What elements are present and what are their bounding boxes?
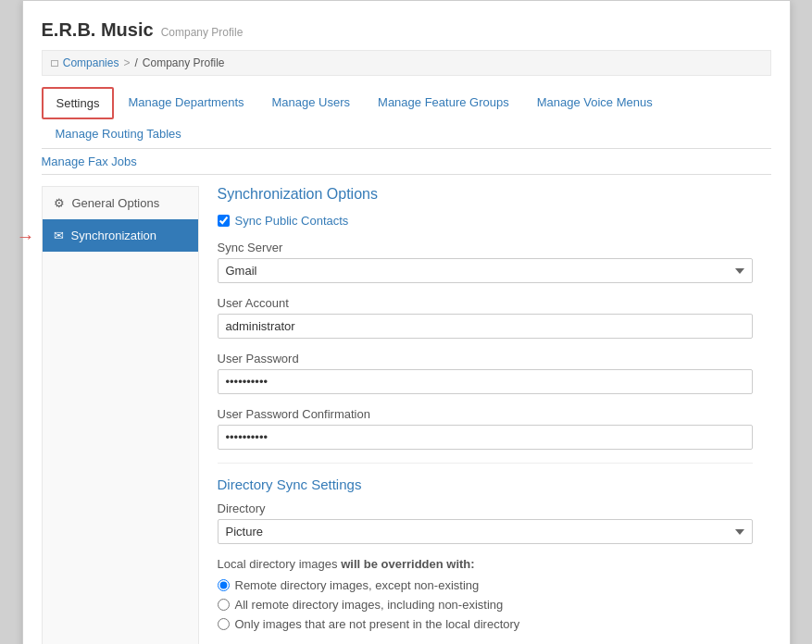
radio-item-all-remote: All remote directory images, including n… <box>218 598 753 612</box>
sidebar-item-general-options[interactable]: ⚙ General Options <box>43 187 198 219</box>
user-account-label: User Account <box>218 296 753 310</box>
radio-item-not-present: Only images that are not present in the … <box>218 617 753 631</box>
user-password-confirm-group: User Password Confirmation <box>218 407 753 450</box>
directory-group: Directory Picture Documents Downloads <box>218 502 753 544</box>
app-title: E.R.B. Music <box>42 19 154 41</box>
sync-public-contacts-checkbox[interactable] <box>218 215 230 227</box>
directory-label: Directory <box>218 502 753 515</box>
breadcrumb-companies[interactable]: Companies <box>63 56 119 69</box>
user-password-confirm-label: User Password Confirmation <box>218 407 753 421</box>
tab-routing-tables[interactable]: Manage Routing Tables <box>42 118 195 149</box>
radio-all-remote-label[interactable]: All remote directory images, including n… <box>235 598 504 612</box>
sidebar: ⚙ General Options ✉ Synchronization <box>42 186 199 644</box>
radio-remote-label[interactable]: Remote directory images, except non-exis… <box>235 578 480 592</box>
breadcrumb-icon: □ <box>52 56 58 69</box>
tab-fax-jobs[interactable]: Manage Fax Jobs <box>42 155 137 168</box>
directory-select[interactable]: Picture Documents Downloads <box>218 519 753 544</box>
user-account-input[interactable] <box>218 314 753 339</box>
breadcrumb-current: Company Profile <box>143 56 225 69</box>
breadcrumb-separator2: / <box>134 56 137 69</box>
radio-not-present-label[interactable]: Only images that are not present in the … <box>235 617 520 631</box>
main-container: E.R.B. Music Company Profile □ Companies… <box>22 0 791 644</box>
tab-departments[interactable]: Manage Departments <box>114 87 257 119</box>
radio-group: Remote directory images, except non-exis… <box>218 578 753 631</box>
app-subtitle: Company Profile <box>161 26 244 39</box>
app-header: E.R.B. Music Company Profile <box>42 19 771 41</box>
user-password-group: User Password <box>218 352 753 394</box>
tab-voice-menus[interactable]: Manage Voice Menus <box>523 87 667 119</box>
radio-item-remote: Remote directory images, except non-exis… <box>218 578 753 592</box>
breadcrumb: □ Companies > / Company Profile <box>42 50 771 76</box>
content-panel: Synchronization Options Sync Public Cont… <box>199 186 771 644</box>
nav-tabs-row2: Manage Fax Jobs <box>42 149 771 175</box>
override-label: Local directory images will be overridde… <box>218 557 753 571</box>
user-account-group: User Account <box>218 296 753 339</box>
tab-users[interactable]: Manage Users <box>258 87 365 119</box>
sync-public-contacts-label[interactable]: Sync Public Contacts <box>235 214 349 228</box>
tab-feature-groups[interactable]: Manage Feature Groups <box>364 87 523 119</box>
section-title: Synchronization Options <box>218 186 753 203</box>
nav-tabs-row1: Settings Manage Departments Manage Users… <box>42 87 771 149</box>
radio-all-remote-input[interactable] <box>218 599 230 611</box>
sync-server-group: Sync Server Gmail Exchange Office365 <box>218 241 753 283</box>
user-password-input[interactable] <box>218 369 753 394</box>
breadcrumb-separator: > <box>123 56 130 69</box>
main-content: ⚙ General Options ✉ Synchronization Sync… <box>42 186 771 644</box>
gear-icon: ⚙ <box>54 196 65 210</box>
envelope-icon: ✉ <box>54 229 64 242</box>
sidebar-item-general-label: General Options <box>72 196 160 210</box>
divider <box>218 463 753 464</box>
sync-server-label: Sync Server <box>218 241 753 254</box>
radio-not-present-input[interactable] <box>218 618 230 630</box>
radio-remote-input[interactable] <box>218 579 230 591</box>
user-password-confirm-input[interactable] <box>218 425 753 450</box>
user-password-label: User Password <box>218 352 753 365</box>
tab-settings[interactable]: Settings <box>42 87 115 119</box>
sidebar-item-synchronization[interactable]: ✉ Synchronization <box>43 219 198 252</box>
sync-server-select[interactable]: Gmail Exchange Office365 <box>218 258 753 283</box>
sidebar-item-sync-label: Synchronization <box>71 229 157 242</box>
sync-public-contacts-row: Sync Public Contacts <box>218 214 753 228</box>
directory-sync-title: Directory Sync Settings <box>218 477 753 492</box>
